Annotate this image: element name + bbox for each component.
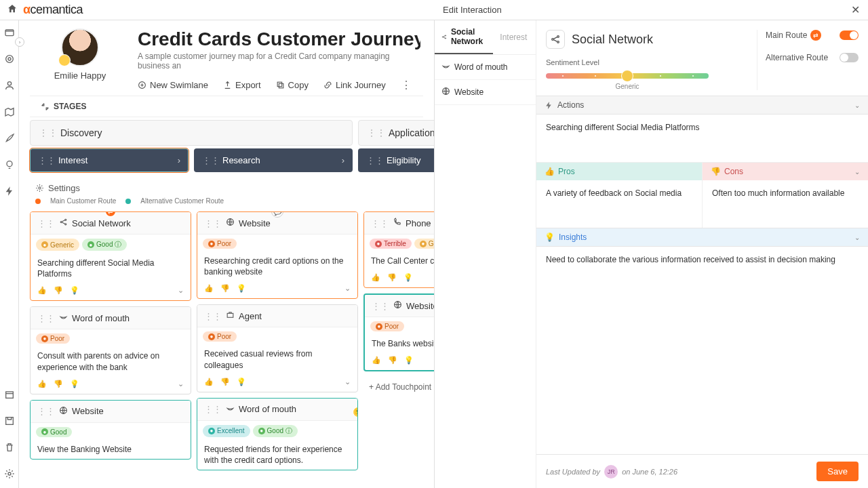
save-icon[interactable] (4, 415, 15, 428)
trash-icon[interactable] (4, 442, 15, 455)
user-icon[interactable] (4, 80, 15, 93)
panel-tab-interest[interactable]: Interest (493, 20, 536, 54)
more-menu-button[interactable]: ⋮ (401, 79, 412, 92)
bulb-icon[interactable] (4, 159, 15, 172)
pros-text[interactable]: A variety of feedback on Social media (536, 180, 702, 228)
touchpoint-card[interactable]: ⋮⋮Website●PoorThe Banks website be eligi… (363, 293, 434, 371)
bulb-icon[interactable]: 💡 (70, 286, 79, 295)
sentiment-thumb[interactable] (621, 70, 633, 82)
stages-header: STAGES (30, 96, 423, 117)
thumbs-up-icon[interactable]: 👍 (371, 273, 380, 282)
expand-card-icon[interactable]: ⌄ (178, 380, 184, 388)
home-icon[interactable] (7, 3, 18, 16)
persona-name: Emilie Happy (54, 70, 106, 81)
copy-button[interactable]: Copy (276, 80, 309, 90)
svg-point-21 (445, 37, 446, 38)
touchpoint-card[interactable]: ⋮⋮Word of mouth●PoorConsult with parents… (30, 306, 191, 394)
bulb-icon[interactable]: 💡 (237, 378, 246, 386)
substage-eligibility[interactable]: ⋮⋮Eligibility (358, 148, 434, 172)
thumbs-down-icon[interactable]: 👎 (54, 380, 63, 388)
target-icon[interactable] (4, 54, 15, 66)
bulb-icon[interactable]: 💡 (70, 380, 79, 388)
collapse-icon[interactable] (41, 102, 50, 111)
mouth-icon (441, 62, 450, 73)
thumbs-down-icon[interactable]: 👎 (387, 273, 397, 282)
persona-block[interactable]: Emilie Happy (33, 28, 127, 81)
stage-application[interactable]: ⋮⋮Application (358, 120, 434, 146)
thumbs-up-icon[interactable]: 👍 (37, 286, 47, 295)
legend-alt-dot (125, 199, 131, 204)
bolt-icon[interactable] (4, 186, 15, 199)
archive-icon[interactable] (4, 389, 15, 402)
thumbs-down-icon[interactable]: 👎 (54, 286, 63, 295)
main-route-label: Main Route (766, 30, 807, 40)
gear-icon[interactable] (4, 468, 15, 481)
bulb-icon[interactable]: 💡 (237, 284, 246, 293)
left-sidebar (0, 20, 19, 488)
thumbs-up-icon[interactable]: 👍 (372, 356, 381, 365)
bulb-icon[interactable]: 💡 (404, 356, 414, 365)
expand-card-icon[interactable]: ⌄ (344, 378, 351, 386)
save-button[interactable]: Save (816, 462, 859, 481)
panel-tab-social-network[interactable]: Social Network (435, 20, 493, 54)
rocket-icon[interactable] (4, 133, 15, 146)
card-title: Phone (406, 218, 431, 228)
add-touchpoint-button[interactable]: + Add Touchpoint (363, 377, 434, 397)
alt-route-toggle[interactable] (840, 53, 859, 62)
actions-text[interactable]: Searching different Social Media Platfor… (536, 115, 868, 162)
settings-row[interactable]: Settings (19, 172, 434, 196)
export-button[interactable]: Export (223, 80, 261, 90)
card-body: The Call Center cal confirm eligibility (364, 253, 434, 270)
insights-header[interactable]: 💡 Insights⌄ (536, 228, 868, 247)
touchpoint-card[interactable]: ⇄⋮⋮Social Network●Generic●Good ⓘSearchin… (30, 211, 191, 301)
folder-icon[interactable] (4, 27, 15, 40)
expand-sidebar-button[interactable]: › (15, 37, 24, 47)
expand-card-icon[interactable]: ⌄ (178, 286, 184, 295)
map-icon[interactable] (4, 106, 15, 119)
svg-point-3 (7, 82, 11, 85)
panel-nav-item[interactable]: Word of mouth (435, 55, 536, 80)
pros-header[interactable]: 👍 Pros (536, 163, 702, 180)
card-body: Researching credit card options on the b… (197, 253, 357, 281)
legend-main-label: Main Customer Route (50, 197, 116, 205)
cons-text[interactable]: Often too much information available (703, 180, 868, 228)
card-title: Website (72, 406, 104, 416)
persona-emotion-icon (58, 54, 71, 66)
sentiment-value: Generic (546, 83, 709, 90)
card-body: Requested friends for their experience w… (197, 441, 357, 470)
svg-point-2 (8, 58, 11, 60)
panel-nav-item[interactable]: Website (435, 80, 536, 105)
insights-text[interactable]: Need to collaborate the various informat… (536, 247, 868, 308)
main-route-toggle[interactable] (840, 30, 859, 40)
thumbs-down-icon[interactable]: 👎 (388, 356, 397, 365)
touchpoint-card[interactable]: 😡⋮⋮Phone●Terrible●GenericThe Call Center… (363, 211, 434, 288)
new-swimlane-button[interactable]: New Swimlane (138, 80, 208, 90)
actions-header[interactable]: Actions⌄ (536, 96, 868, 115)
mouth-icon (226, 404, 235, 415)
thumbs-up-icon[interactable]: 👍 (37, 380, 47, 388)
link-journey-button[interactable]: Link Journey (323, 80, 386, 90)
stages-label: STAGES (54, 102, 86, 111)
substage-research[interactable]: ⋮⋮Research› (194, 148, 353, 172)
share-icon-box (546, 30, 565, 49)
close-panel-button[interactable]: ✕ (851, 3, 860, 16)
card-body: View the Banking Website (31, 441, 191, 459)
chevron-down-icon: ⌄ (854, 234, 860, 241)
touchpoint-card[interactable]: 💬♥⋮⋮Website●PoorResearching credit card … (197, 211, 358, 299)
thumbs-up-icon[interactable]: 👍 (204, 378, 214, 386)
expand-card-icon[interactable]: ⌄ (344, 284, 351, 293)
emotion-icon: 🙂 (353, 407, 358, 418)
thumbs-up-icon[interactable]: 👍 (204, 284, 214, 293)
touchpoint-card[interactable]: 🙂⋮⋮Word of mouth●Excellent●Good ⓘRequest… (197, 398, 358, 470)
thumbs-down-icon[interactable]: 👎 (220, 284, 230, 293)
bulb-icon[interactable]: 💡 (403, 273, 413, 282)
thumbs-down-icon[interactable]: 👎 (220, 378, 230, 386)
globe-icon (226, 218, 235, 228)
stage-discovery[interactable]: ⋮⋮Discovery (30, 120, 353, 146)
touchpoint-card[interactable]: ⋮⋮Agent●PoorReceived casual reviews from… (197, 304, 358, 392)
sentiment-slider[interactable] (546, 73, 709, 79)
substage-interest[interactable]: ⋮⋮Interest› (30, 148, 189, 172)
cons-header[interactable]: 👎 Cons⌄ (703, 163, 868, 180)
touchpoint-card[interactable]: ⋮⋮Website●GoodView the Banking Website (30, 400, 191, 460)
card-body: The Banks website be eligible for a cre (365, 336, 434, 353)
